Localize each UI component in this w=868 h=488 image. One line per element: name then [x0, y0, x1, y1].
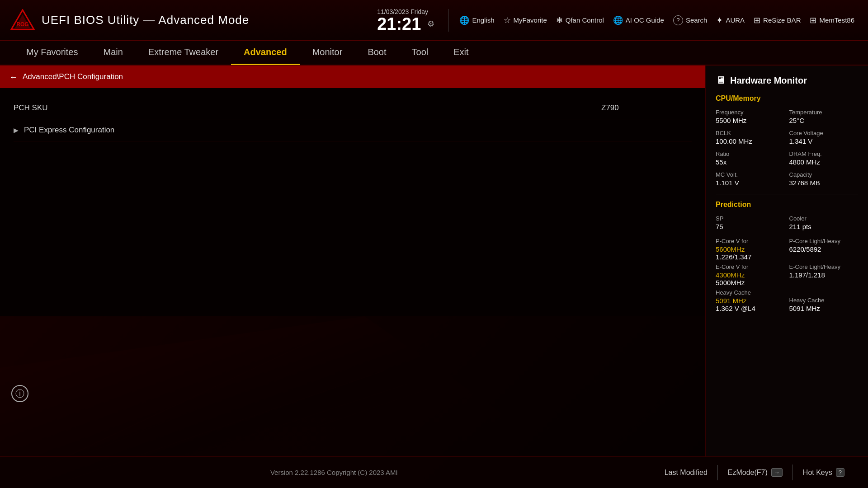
- ecore-lh-label: E-Core Light/Heavy: [789, 263, 859, 270]
- heavy-cache-static-label: Heavy Cache: [789, 297, 859, 304]
- aioc-icon: 🌐: [613, 15, 623, 25]
- resizebar-btn[interactable]: ⊞ ReSize BAR: [749, 14, 805, 27]
- nav-monitor[interactable]: Monitor: [300, 40, 355, 65]
- dram-freq-label: DRAM Freq.: [789, 150, 859, 157]
- breadcrumb[interactable]: ← Advanced\PCH Configuration: [0, 66, 705, 88]
- resizebar-icon: ⊞: [754, 15, 760, 25]
- settings-area: PCH SKU Z790 ▶ PCI Express Configuration: [0, 88, 705, 456]
- temperature-cell: Temperature 25°C: [789, 109, 859, 124]
- pcore-v-value: 1.226/1.347: [716, 253, 785, 261]
- cache-v-value: 1.362 V @L4: [716, 305, 785, 312]
- aioc-btn[interactable]: 🌐 AI OC Guide: [609, 14, 669, 27]
- breadcrumb-text: Advanced\PCH Configuration: [23, 72, 123, 81]
- hardware-monitor-panel: 🖥 Hardware Monitor CPU/Memory Frequency …: [705, 66, 868, 456]
- pcore-freq-value: 5600MHz: [716, 245, 785, 253]
- dram-freq-cell: DRAM Freq. 4800 MHz: [789, 150, 859, 166]
- search-icon: ?: [673, 15, 683, 25]
- rog-logo-icon: ROG: [9, 9, 36, 32]
- hw-divider: [716, 194, 858, 194]
- nav-exit[interactable]: Exit: [441, 40, 481, 65]
- bclk-cell: BCLK 100.00 MHz: [716, 130, 785, 145]
- time-display: 21:21: [377, 15, 421, 33]
- search-btn[interactable]: ? Search: [669, 14, 712, 27]
- footer-buttons: Last Modified EzMode(F7) → Hot Keys ?: [655, 465, 854, 480]
- settings-icon[interactable]: ⚙: [427, 19, 434, 29]
- frequency-label: Frequency: [716, 109, 785, 116]
- divider: [448, 9, 448, 32]
- ecore-freq-value: 4300MHz: [716, 271, 785, 279]
- logo-area: ROG UEFI BIOS Utility — Advanced Mode: [9, 9, 249, 32]
- footer: Version 2.22.1286 Copyright (C) 2023 AMI…: [0, 456, 868, 488]
- pch-sku-value: Z790: [601, 103, 692, 113]
- capacity-cell: Capacity 32768 MB: [789, 171, 859, 187]
- ecore-v-for-label: E-Core V for: [716, 263, 785, 270]
- nav-boot[interactable]: Boot: [355, 40, 399, 65]
- content-area: ← Advanced\PCH Configuration PCH SKU Z79…: [0, 66, 705, 456]
- sp-cell: SP 75: [716, 215, 785, 230]
- ecore-v-value: 5000MHz: [716, 279, 785, 286]
- header: ROG UEFI BIOS Utility — Advanced Mode 11…: [0, 0, 868, 41]
- memtest-icon: ⊞: [810, 15, 816, 25]
- ratio-cell: Ratio 55x: [716, 150, 785, 166]
- svg-text:ROG: ROG: [16, 21, 28, 28]
- datetime-block: 11/03/2023 Friday 21:21 ⚙: [377, 8, 434, 33]
- aura-btn[interactable]: ✦ AURA: [712, 14, 749, 27]
- sp-value: 75: [716, 223, 785, 230]
- cache-v-for-label: Heavy Cache: [716, 289, 785, 296]
- heavy-cache-value: 5091 MHz: [789, 305, 859, 312]
- bclk-label: BCLK: [716, 130, 785, 136]
- ratio-value: 55x: [716, 158, 785, 166]
- ezmode-btn[interactable]: EzMode(F7) →: [718, 465, 793, 480]
- pcore-lh-label: P-Core Light/Heavy: [789, 238, 859, 244]
- core-voltage-cell: Core Voltage 1.341 V: [789, 130, 859, 145]
- app-title: UEFI BIOS Utility — Advanced Mode: [42, 13, 249, 27]
- pci-express-row[interactable]: ▶ PCI Express Configuration: [14, 119, 692, 141]
- nav-main[interactable]: Main: [90, 40, 135, 65]
- sp-label: SP: [716, 215, 785, 222]
- english-btn[interactable]: 🌐 English: [455, 14, 499, 27]
- info-icon[interactable]: ⓘ: [11, 385, 28, 402]
- monitor-icon: 🖥: [716, 75, 726, 86]
- main-layout: ← Advanced\PCH Configuration PCH SKU Z79…: [0, 66, 868, 456]
- capacity-label: Capacity: [789, 171, 859, 178]
- core-voltage-value: 1.341 V: [789, 137, 859, 145]
- ezmode-key-icon: →: [771, 468, 783, 477]
- mc-volt-value: 1.101 V: [716, 179, 785, 187]
- pcore-section: P-Core V for 5600MHz 1.226/1.347 P-Core …: [716, 238, 858, 312]
- memtest-btn[interactable]: ⊞ MemTest86: [805, 14, 859, 27]
- prediction-grid: SP 75 Cooler 211 pts: [716, 215, 858, 230]
- core-voltage-label: Core Voltage: [789, 130, 859, 136]
- version-text: Version 2.22.1286 Copyright (C) 2023 AMI: [14, 469, 655, 476]
- last-modified-btn[interactable]: Last Modified: [655, 465, 718, 480]
- nav-advanced[interactable]: Advanced: [231, 40, 300, 65]
- hotkeys-key-icon: ?: [836, 468, 844, 477]
- bclk-value: 100.00 MHz: [716, 137, 785, 145]
- globe-icon: 🌐: [459, 15, 469, 25]
- temperature-value: 25°C: [789, 117, 859, 124]
- capacity-value: 32768 MB: [789, 179, 859, 187]
- dram-freq-value: 4800 MHz: [789, 158, 859, 166]
- qfan-icon: ❄: [556, 15, 563, 25]
- frequency-cell: Frequency 5500 MHz: [716, 109, 785, 124]
- temperature-label: Temperature: [789, 109, 859, 116]
- mc-volt-cell: MC Volt. 1.101 V: [716, 171, 785, 187]
- mc-volt-label: MC Volt.: [716, 171, 785, 178]
- qfan-btn[interactable]: ❄ Qfan Control: [552, 14, 609, 27]
- nav-tool[interactable]: Tool: [399, 40, 441, 65]
- nav-favorites[interactable]: My Favorites: [14, 40, 90, 65]
- cooler-value: 211 pts: [789, 223, 859, 230]
- chevron-right-icon: ▶: [14, 127, 19, 134]
- pcore-v-for-label: P-Core V for: [716, 238, 785, 244]
- cpu-memory-section-title: CPU/Memory: [716, 94, 858, 103]
- frequency-value: 5500 MHz: [716, 117, 785, 124]
- pch-sku-row: PCH SKU Z790: [14, 97, 692, 119]
- back-arrow-icon[interactable]: ←: [9, 72, 18, 82]
- ratio-label: Ratio: [716, 150, 785, 157]
- hotkeys-btn[interactable]: Hot Keys ?: [793, 465, 854, 480]
- ecore-lh-value: 1.197/1.218: [789, 271, 859, 279]
- cpu-memory-grid: Frequency 5500 MHz Temperature 25°C BCLK…: [716, 109, 858, 187]
- myfavorite-btn[interactable]: ☆ MyFavorite: [499, 14, 552, 27]
- cooler-cell: Cooler 211 pts: [789, 215, 859, 230]
- navbar: My Favorites Main Extreme Tweaker Advanc…: [0, 41, 868, 66]
- nav-extreme-tweaker[interactable]: Extreme Tweaker: [136, 40, 231, 65]
